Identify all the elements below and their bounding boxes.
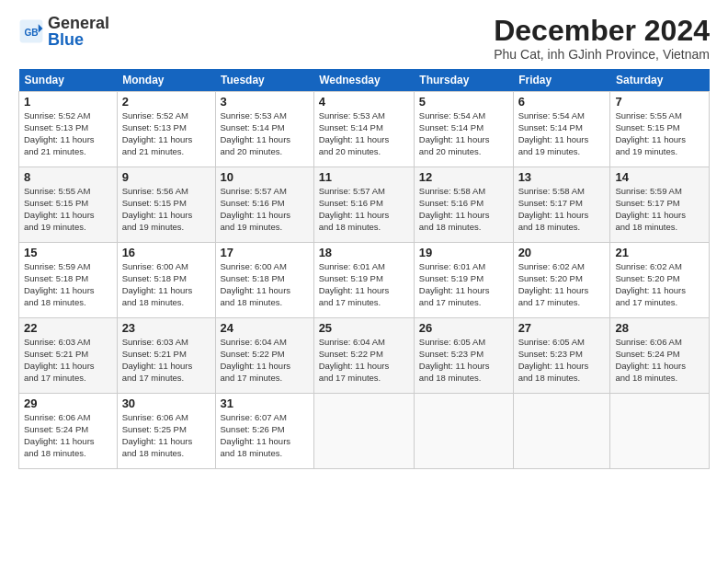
- day-info: Sunrise: 6:04 AM Sunset: 5:22 PM Dayligh…: [319, 337, 409, 384]
- day-number: 27: [518, 321, 606, 335]
- day-cell: 20Sunrise: 6:02 AM Sunset: 5:20 PM Dayli…: [513, 243, 610, 318]
- day-number: 4: [319, 95, 409, 109]
- day-number: 26: [419, 321, 508, 335]
- day-number: 13: [518, 170, 606, 184]
- day-number: 2: [122, 95, 210, 109]
- day-cell: [513, 394, 610, 469]
- day-cell: 14Sunrise: 5:59 AM Sunset: 5:17 PM Dayli…: [610, 167, 710, 243]
- subtitle: Phu Cat, inh GJinh Province, Vietnam: [494, 47, 710, 62]
- weekday-saturday: Saturday: [610, 69, 710, 92]
- day-info: Sunrise: 6:00 AM Sunset: 5:18 PM Dayligh…: [221, 261, 309, 308]
- day-number: 29: [24, 396, 112, 410]
- day-number: 16: [122, 246, 210, 259]
- day-info: Sunrise: 5:54 AM Sunset: 5:14 PM Dayligh…: [419, 110, 508, 157]
- weekday-monday: Monday: [117, 69, 215, 92]
- day-info: Sunrise: 6:05 AM Sunset: 5:23 PM Dayligh…: [419, 337, 508, 384]
- day-cell: 5Sunrise: 5:54 AM Sunset: 5:14 PM Daylig…: [414, 92, 513, 167]
- day-info: Sunrise: 5:56 AM Sunset: 5:15 PM Dayligh…: [122, 186, 210, 233]
- day-info: Sunrise: 5:52 AM Sunset: 5:13 PM Dayligh…: [24, 110, 112, 157]
- day-number: 8: [24, 170, 112, 184]
- day-info: Sunrise: 6:07 AM Sunset: 5:26 PM Dayligh…: [221, 412, 309, 459]
- day-info: Sunrise: 6:02 AM Sunset: 5:20 PM Dayligh…: [518, 261, 606, 308]
- day-number: 6: [518, 95, 606, 109]
- calendar-body: 1Sunrise: 5:52 AM Sunset: 5:13 PM Daylig…: [19, 92, 710, 469]
- day-number: 5: [419, 95, 508, 109]
- weekday-wednesday: Wednesday: [313, 69, 414, 92]
- day-number: 15: [24, 246, 112, 259]
- logo-blue-text: Blue: [48, 30, 84, 49]
- day-number: 24: [221, 321, 309, 335]
- day-info: Sunrise: 5:55 AM Sunset: 5:15 PM Dayligh…: [615, 110, 704, 157]
- day-number: 14: [615, 170, 704, 184]
- day-number: 28: [615, 321, 704, 335]
- weekday-tuesday: Tuesday: [215, 69, 313, 92]
- svg-text:GB: GB: [24, 28, 38, 38]
- day-cell: [610, 394, 710, 469]
- day-number: 21: [615, 246, 704, 259]
- day-info: Sunrise: 5:57 AM Sunset: 5:16 PM Dayligh…: [221, 186, 309, 233]
- week-row-3: 15Sunrise: 5:59 AM Sunset: 5:18 PM Dayli…: [19, 243, 710, 318]
- day-number: 17: [221, 246, 309, 259]
- day-cell: 2Sunrise: 5:52 AM Sunset: 5:13 PM Daylig…: [117, 92, 215, 167]
- day-cell: [414, 394, 513, 469]
- day-number: 9: [122, 170, 210, 184]
- day-info: Sunrise: 5:59 AM Sunset: 5:18 PM Dayligh…: [24, 261, 112, 308]
- day-cell: 16Sunrise: 6:00 AM Sunset: 5:18 PM Dayli…: [117, 243, 215, 318]
- logo: GB General Blue: [18, 15, 109, 48]
- day-number: 10: [221, 170, 309, 184]
- day-number: 11: [319, 170, 409, 184]
- day-cell: [313, 394, 414, 469]
- day-cell: 18Sunrise: 6:01 AM Sunset: 5:19 PM Dayli…: [313, 243, 414, 318]
- day-cell: 21Sunrise: 6:02 AM Sunset: 5:20 PM Dayli…: [610, 243, 710, 318]
- weekday-sunday: Sunday: [19, 69, 118, 92]
- week-row-4: 22Sunrise: 6:03 AM Sunset: 5:21 PM Dayli…: [19, 318, 710, 394]
- day-number: 20: [518, 246, 606, 259]
- day-cell: 1Sunrise: 5:52 AM Sunset: 5:13 PM Daylig…: [19, 92, 118, 167]
- day-info: Sunrise: 5:59 AM Sunset: 5:17 PM Dayligh…: [615, 186, 704, 233]
- day-info: Sunrise: 5:58 AM Sunset: 5:17 PM Dayligh…: [518, 186, 606, 233]
- day-cell: 3Sunrise: 5:53 AM Sunset: 5:14 PM Daylig…: [215, 92, 313, 167]
- day-cell: 4Sunrise: 5:53 AM Sunset: 5:14 PM Daylig…: [313, 92, 414, 167]
- day-info: Sunrise: 6:06 AM Sunset: 5:24 PM Dayligh…: [615, 337, 704, 384]
- day-cell: 30Sunrise: 6:06 AM Sunset: 5:25 PM Dayli…: [117, 394, 215, 469]
- day-cell: 24Sunrise: 6:04 AM Sunset: 5:22 PM Dayli…: [215, 318, 313, 394]
- header: GB General Blue December 2024 Phu Cat, i…: [18, 15, 710, 62]
- day-number: 19: [419, 246, 508, 259]
- day-info: Sunrise: 6:02 AM Sunset: 5:20 PM Dayligh…: [615, 261, 704, 308]
- day-cell: 11Sunrise: 5:57 AM Sunset: 5:16 PM Dayli…: [313, 167, 414, 243]
- logo-icon: GB: [18, 18, 44, 44]
- day-info: Sunrise: 6:01 AM Sunset: 5:19 PM Dayligh…: [419, 261, 508, 308]
- day-info: Sunrise: 6:00 AM Sunset: 5:18 PM Dayligh…: [122, 261, 210, 308]
- day-cell: 8Sunrise: 5:55 AM Sunset: 5:15 PM Daylig…: [19, 167, 118, 243]
- day-cell: 13Sunrise: 5:58 AM Sunset: 5:17 PM Dayli…: [513, 167, 610, 243]
- month-title: December 2024: [494, 15, 710, 47]
- day-info: Sunrise: 5:53 AM Sunset: 5:14 PM Dayligh…: [221, 110, 309, 157]
- day-number: 18: [319, 246, 409, 259]
- day-cell: 26Sunrise: 6:05 AM Sunset: 5:23 PM Dayli…: [414, 318, 513, 394]
- day-cell: 19Sunrise: 6:01 AM Sunset: 5:19 PM Dayli…: [414, 243, 513, 318]
- day-info: Sunrise: 6:03 AM Sunset: 5:21 PM Dayligh…: [122, 337, 210, 384]
- day-info: Sunrise: 6:06 AM Sunset: 5:25 PM Dayligh…: [122, 412, 210, 459]
- day-info: Sunrise: 5:54 AM Sunset: 5:14 PM Dayligh…: [518, 110, 606, 157]
- week-row-5: 29Sunrise: 6:06 AM Sunset: 5:24 PM Dayli…: [19, 394, 710, 469]
- day-cell: 23Sunrise: 6:03 AM Sunset: 5:21 PM Dayli…: [117, 318, 215, 394]
- weekday-thursday: Thursday: [414, 69, 513, 92]
- day-number: 1: [24, 95, 112, 109]
- day-cell: 29Sunrise: 6:06 AM Sunset: 5:24 PM Dayli…: [19, 394, 118, 469]
- day-cell: 28Sunrise: 6:06 AM Sunset: 5:24 PM Dayli…: [610, 318, 710, 394]
- day-info: Sunrise: 6:05 AM Sunset: 5:23 PM Dayligh…: [518, 337, 606, 384]
- day-number: 25: [319, 321, 409, 335]
- logo-general-text: General: [48, 14, 109, 32]
- day-info: Sunrise: 5:53 AM Sunset: 5:14 PM Dayligh…: [319, 110, 409, 157]
- weekday-header-row: SundayMondayTuesdayWednesdayThursdayFrid…: [19, 69, 710, 92]
- day-cell: 31Sunrise: 6:07 AM Sunset: 5:26 PM Dayli…: [215, 394, 313, 469]
- page: GB General Blue December 2024 Phu Cat, i…: [0, 0, 728, 563]
- day-info: Sunrise: 6:03 AM Sunset: 5:21 PM Dayligh…: [24, 337, 112, 384]
- day-info: Sunrise: 6:01 AM Sunset: 5:19 PM Dayligh…: [319, 261, 409, 308]
- day-info: Sunrise: 6:06 AM Sunset: 5:24 PM Dayligh…: [24, 412, 112, 459]
- day-cell: 15Sunrise: 5:59 AM Sunset: 5:18 PM Dayli…: [19, 243, 118, 318]
- day-cell: 6Sunrise: 5:54 AM Sunset: 5:14 PM Daylig…: [513, 92, 610, 167]
- day-info: Sunrise: 6:04 AM Sunset: 5:22 PM Dayligh…: [221, 337, 309, 384]
- day-cell: 17Sunrise: 6:00 AM Sunset: 5:18 PM Dayli…: [215, 243, 313, 318]
- day-info: Sunrise: 5:52 AM Sunset: 5:13 PM Dayligh…: [122, 110, 210, 157]
